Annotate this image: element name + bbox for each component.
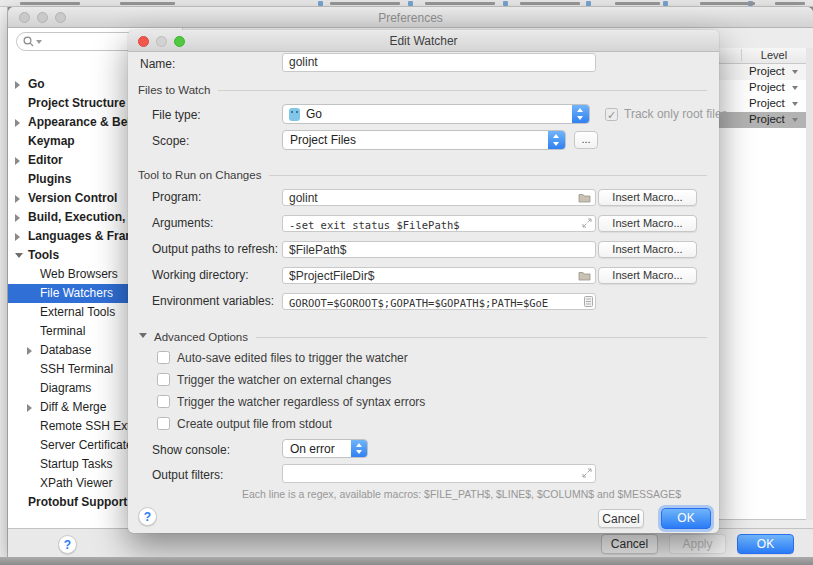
show-console-label: Show console: [152,442,230,459]
expand-icon[interactable] [582,468,592,478]
search-icon [23,36,34,47]
help-button[interactable]: ? [138,507,157,526]
working-directory-field[interactable]: $ProjectFileDir$ [282,267,596,284]
cancel-button[interactable]: Cancel [598,509,644,528]
folder-icon[interactable] [578,270,591,281]
preferences-titlebar[interactable]: Preferences [8,7,813,28]
go-filetype-icon [289,108,300,121]
scope-value: Project Files [290,133,356,148]
output-filters-hint: Each line is a regex, available macros: … [218,488,705,500]
tab-text [330,2,400,5]
window-right-edge [806,48,813,520]
tab-text [775,2,805,5]
environment-variables-label: Environment variables: [152,293,274,310]
ok-button[interactable]: OK [737,534,794,554]
chevron-down-icon[interactable] [15,253,23,258]
level-select[interactable]: Project [749,81,785,93]
scope-browse-button[interactable]: ... [574,131,598,149]
scope-label: Scope: [152,133,189,150]
level-select[interactable]: Project [749,113,785,125]
dialog-titlebar[interactable]: Edit Watcher [128,30,719,52]
tab-text [615,2,660,5]
working-directory-label: Working directory: [152,267,248,284]
chevron-right-icon[interactable] [15,233,20,241]
external-changes-checkbox[interactable] [157,373,170,386]
expand-icon[interactable] [582,218,592,228]
chevron-down-icon[interactable] [792,102,798,106]
file-type-select[interactable]: Go [282,104,590,124]
tab-text [120,2,175,5]
ok-button[interactable]: OK [661,508,711,529]
syntax-errors-checkbox[interactable] [157,395,170,408]
environment-variables-field[interactable]: GOROOT=$GOROOT$;GOPATH=$GOPATH$;PATH=$Go… [282,293,596,310]
chevron-down-icon[interactable] [792,70,798,74]
desktop-strip [0,557,813,565]
chevron-down-icon[interactable] [139,333,147,338]
folder-icon[interactable] [578,192,591,203]
name-field[interactable]: golint [282,53,596,72]
arguments-label: Arguments: [152,215,213,232]
chevron-right-icon[interactable] [15,195,20,203]
section-divider [269,175,707,176]
show-console-value: On error [290,442,335,457]
output-filters-label: Output filters: [152,467,223,484]
files-to-watch-section: Files to Watch [138,84,707,96]
tab-text [700,2,755,5]
cancel-button[interactable]: Cancel [601,534,658,554]
arguments-field[interactable]: -set_exit_status $FilePath$ [282,215,596,232]
section-divider [256,337,707,338]
edit-watcher-dialog: Edit Watcher Name: golint Files to Watch… [128,30,719,533]
chevron-down-icon[interactable] [792,86,798,90]
track-only-root-label: Track only root files [624,107,728,122]
level-header-label: Level [741,49,806,61]
chevron-right-icon[interactable] [15,157,20,165]
scope-select[interactable]: Project Files [282,130,566,150]
name-label: Name: [140,56,175,73]
file-type-label: File type: [152,107,201,124]
output-filters-field[interactable] [282,464,596,483]
section-divider [218,90,707,91]
output-paths-field[interactable]: $FilePath$ [282,241,596,258]
stepper-icon[interactable] [572,105,589,123]
tab-text [520,2,580,5]
track-only-root-checkbox: ✓ [605,108,618,121]
section-label: Files to Watch [138,84,210,96]
apply-button: Apply [669,534,726,554]
stdout-checkbox[interactable] [157,417,170,430]
tab-text [20,2,80,5]
chevron-right-icon[interactable] [15,81,20,89]
insert-macro-button[interactable]: Insert Macro... [598,215,697,232]
tool-section: Tool to Run on Changes [138,169,707,181]
insert-macro-button[interactable]: Insert Macro... [598,189,697,206]
search-filter-caret-icon[interactable] [36,40,42,44]
chevron-right-icon[interactable] [15,119,20,127]
background-window-edge [0,7,8,558]
section-label: Advanced Options [154,331,248,343]
show-console-select[interactable]: On error [282,439,368,458]
section-label: Tool to Run on Changes [138,169,261,181]
file-icon [318,1,323,6]
file-type-value: Go [306,107,322,122]
level-select[interactable]: Project [749,65,785,77]
tab-text [425,2,495,5]
insert-macro-button[interactable]: Insert Macro... [598,267,697,284]
level-select[interactable]: Project [749,97,785,109]
chevron-down-icon[interactable] [792,118,798,122]
screen: Preferences Go Project Structure Appeara… [0,0,813,565]
browse-variables-icon[interactable] [584,296,593,307]
background-editor-tabs [0,0,813,7]
dialog-title: Edit Watcher [128,34,719,48]
window-title: Preferences [8,11,813,25]
chevron-right-icon[interactable] [27,404,32,412]
stepper-icon[interactable] [548,131,565,149]
stepper-icon[interactable] [351,440,367,457]
help-button[interactable]: ? [58,535,77,554]
advanced-options-section[interactable]: Advanced Options [154,331,707,343]
output-paths-label: Output paths to refresh: [152,241,278,258]
program-label: Program: [152,189,201,206]
program-field[interactable]: golint [282,189,596,206]
insert-macro-button[interactable]: Insert Macro... [598,241,697,258]
chevron-right-icon[interactable] [27,347,32,355]
chevron-right-icon[interactable] [15,214,20,222]
autosave-checkbox[interactable] [157,351,170,364]
